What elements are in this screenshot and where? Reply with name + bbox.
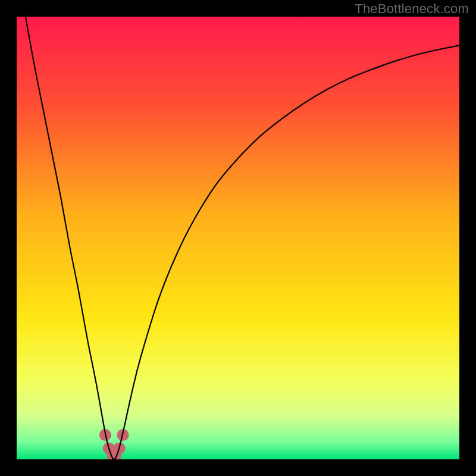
- chart-frame: [17, 17, 459, 459]
- bottleneck-chart: [17, 17, 459, 459]
- chart-background: [17, 17, 459, 459]
- watermark-text: TheBottleneck.com: [355, 1, 469, 17]
